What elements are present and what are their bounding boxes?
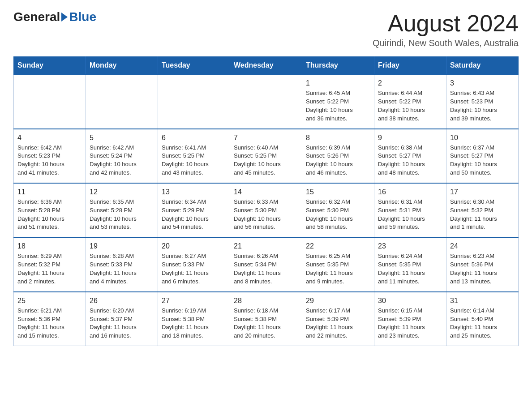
day-number: 6 [162, 134, 226, 142]
day-number: 4 [17, 134, 82, 142]
day-number: 7 [234, 134, 298, 142]
day-info: Sunrise: 6:29 AM Sunset: 5:32 PM Dayligh… [17, 252, 82, 286]
logo: General Blue [13, 11, 96, 23]
calendar-cell: 20Sunrise: 6:27 AM Sunset: 5:33 PM Dayli… [158, 237, 230, 291]
calendar-cell: 19Sunrise: 6:28 AM Sunset: 5:33 PM Dayli… [86, 237, 158, 291]
day-number: 16 [378, 188, 442, 196]
calendar-cell: 7Sunrise: 6:40 AM Sunset: 5:25 PM Daylig… [230, 129, 302, 183]
calendar-cell [86, 74, 158, 128]
calendar-header-row: SundayMondayTuesdayWednesdayThursdayFrid… [14, 57, 519, 75]
day-number: 1 [306, 79, 370, 87]
day-info: Sunrise: 6:43 AM Sunset: 5:23 PM Dayligh… [450, 89, 515, 123]
day-number: 31 [450, 297, 515, 305]
calendar-cell: 24Sunrise: 6:23 AM Sunset: 5:36 PM Dayli… [446, 237, 519, 291]
day-info: Sunrise: 6:35 AM Sunset: 5:28 PM Dayligh… [90, 198, 154, 231]
calendar-cell: 2Sunrise: 6:44 AM Sunset: 5:22 PM Daylig… [374, 74, 446, 128]
calendar-cell: 10Sunrise: 6:37 AM Sunset: 5:27 PM Dayli… [446, 129, 519, 183]
day-number: 20 [162, 242, 226, 250]
day-number: 8 [306, 134, 370, 142]
calendar-cell: 3Sunrise: 6:43 AM Sunset: 5:23 PM Daylig… [446, 74, 519, 128]
day-info: Sunrise: 6:40 AM Sunset: 5:25 PM Dayligh… [234, 144, 298, 177]
calendar-cell: 15Sunrise: 6:32 AM Sunset: 5:30 PM Dayli… [302, 183, 374, 237]
calendar-cell: 25Sunrise: 6:21 AM Sunset: 5:36 PM Dayli… [14, 292, 86, 346]
calendar-cell: 11Sunrise: 6:36 AM Sunset: 5:28 PM Dayli… [14, 183, 86, 237]
day-number: 28 [234, 297, 298, 305]
calendar-week-row: 25Sunrise: 6:21 AM Sunset: 5:36 PM Dayli… [14, 292, 519, 346]
calendar-week-row: 1Sunrise: 6:45 AM Sunset: 5:22 PM Daylig… [14, 74, 519, 128]
day-info: Sunrise: 6:30 AM Sunset: 5:32 PM Dayligh… [450, 198, 515, 231]
day-number: 9 [378, 134, 442, 142]
day-info: Sunrise: 6:38 AM Sunset: 5:27 PM Dayligh… [378, 144, 442, 177]
day-number: 18 [17, 242, 82, 250]
calendar-cell: 30Sunrise: 6:15 AM Sunset: 5:39 PM Dayli… [374, 292, 446, 346]
weekday-header-thursday: Thursday [302, 57, 374, 75]
day-number: 10 [450, 134, 515, 142]
weekday-header-friday: Friday [374, 57, 446, 75]
logo-general-text: General [13, 11, 60, 23]
day-number: 17 [450, 188, 515, 196]
day-number: 19 [90, 242, 154, 250]
day-number: 21 [234, 242, 298, 250]
calendar-cell: 14Sunrise: 6:33 AM Sunset: 5:30 PM Dayli… [230, 183, 302, 237]
day-info: Sunrise: 6:39 AM Sunset: 5:26 PM Dayligh… [306, 144, 370, 177]
day-info: Sunrise: 6:44 AM Sunset: 5:22 PM Dayligh… [378, 89, 442, 123]
day-number: 2 [378, 79, 442, 87]
calendar-cell [158, 74, 230, 128]
day-number: 27 [162, 297, 226, 305]
day-info: Sunrise: 6:37 AM Sunset: 5:27 PM Dayligh… [450, 144, 515, 177]
day-number: 11 [17, 188, 82, 196]
day-number: 26 [90, 297, 154, 305]
day-info: Sunrise: 6:17 AM Sunset: 5:39 PM Dayligh… [306, 307, 370, 340]
calendar-cell: 4Sunrise: 6:42 AM Sunset: 5:23 PM Daylig… [14, 129, 86, 183]
calendar-cell: 8Sunrise: 6:39 AM Sunset: 5:26 PM Daylig… [302, 129, 374, 183]
day-info: Sunrise: 6:14 AM Sunset: 5:40 PM Dayligh… [450, 307, 515, 340]
calendar-cell: 27Sunrise: 6:19 AM Sunset: 5:38 PM Dayli… [158, 292, 230, 346]
day-number: 3 [450, 79, 515, 87]
calendar-cell: 5Sunrise: 6:42 AM Sunset: 5:24 PM Daylig… [86, 129, 158, 183]
day-number: 24 [450, 242, 515, 250]
day-info: Sunrise: 6:24 AM Sunset: 5:35 PM Dayligh… [378, 252, 442, 286]
day-number: 29 [306, 297, 370, 305]
day-info: Sunrise: 6:19 AM Sunset: 5:38 PM Dayligh… [162, 307, 226, 340]
month-title: August 2024 [373, 11, 519, 36]
calendar-cell: 21Sunrise: 6:26 AM Sunset: 5:34 PM Dayli… [230, 237, 302, 291]
calendar-cell: 22Sunrise: 6:25 AM Sunset: 5:35 PM Dayli… [302, 237, 374, 291]
day-info: Sunrise: 6:36 AM Sunset: 5:28 PM Dayligh… [17, 198, 82, 231]
calendar-cell: 23Sunrise: 6:24 AM Sunset: 5:35 PM Dayli… [374, 237, 446, 291]
day-number: 12 [90, 188, 154, 196]
day-info: Sunrise: 6:42 AM Sunset: 5:23 PM Dayligh… [17, 144, 82, 177]
day-info: Sunrise: 6:33 AM Sunset: 5:30 PM Dayligh… [234, 198, 298, 231]
weekday-header-saturday: Saturday [446, 57, 519, 75]
calendar-cell: 6Sunrise: 6:41 AM Sunset: 5:25 PM Daylig… [158, 129, 230, 183]
logo-triangle-icon [61, 13, 68, 21]
day-number: 25 [17, 297, 82, 305]
weekday-header-sunday: Sunday [14, 57, 86, 75]
day-info: Sunrise: 6:31 AM Sunset: 5:31 PM Dayligh… [378, 198, 442, 231]
calendar-week-row: 4Sunrise: 6:42 AM Sunset: 5:23 PM Daylig… [14, 129, 519, 183]
day-info: Sunrise: 6:28 AM Sunset: 5:33 PM Dayligh… [90, 252, 154, 286]
calendar-cell: 12Sunrise: 6:35 AM Sunset: 5:28 PM Dayli… [86, 183, 158, 237]
calendar-cell: 29Sunrise: 6:17 AM Sunset: 5:39 PM Dayli… [302, 292, 374, 346]
day-number: 15 [306, 188, 370, 196]
title-block: August 2024 Quirindi, New South Wales, A… [373, 11, 519, 48]
calendar-cell [230, 74, 302, 128]
weekday-header-wednesday: Wednesday [230, 57, 302, 75]
calendar-cell: 26Sunrise: 6:20 AM Sunset: 5:37 PM Dayli… [86, 292, 158, 346]
logo-blue-text: Blue [69, 11, 96, 23]
calendar-week-row: 11Sunrise: 6:36 AM Sunset: 5:28 PM Dayli… [14, 183, 519, 237]
day-info: Sunrise: 6:20 AM Sunset: 5:37 PM Dayligh… [90, 307, 154, 340]
day-number: 5 [90, 134, 154, 142]
day-info: Sunrise: 6:45 AM Sunset: 5:22 PM Dayligh… [306, 89, 370, 123]
day-info: Sunrise: 6:23 AM Sunset: 5:36 PM Dayligh… [450, 252, 515, 286]
calendar-cell: 16Sunrise: 6:31 AM Sunset: 5:31 PM Dayli… [374, 183, 446, 237]
day-info: Sunrise: 6:18 AM Sunset: 5:38 PM Dayligh… [234, 307, 298, 340]
weekday-header-monday: Monday [86, 57, 158, 75]
calendar-cell: 28Sunrise: 6:18 AM Sunset: 5:38 PM Dayli… [230, 292, 302, 346]
day-info: Sunrise: 6:27 AM Sunset: 5:33 PM Dayligh… [162, 252, 226, 286]
day-info: Sunrise: 6:21 AM Sunset: 5:36 PM Dayligh… [17, 307, 82, 340]
day-info: Sunrise: 6:25 AM Sunset: 5:35 PM Dayligh… [306, 252, 370, 286]
day-number: 14 [234, 188, 298, 196]
calendar-cell: 9Sunrise: 6:38 AM Sunset: 5:27 PM Daylig… [374, 129, 446, 183]
day-info: Sunrise: 6:34 AM Sunset: 5:29 PM Dayligh… [162, 198, 226, 231]
calendar-cell: 18Sunrise: 6:29 AM Sunset: 5:32 PM Dayli… [14, 237, 86, 291]
